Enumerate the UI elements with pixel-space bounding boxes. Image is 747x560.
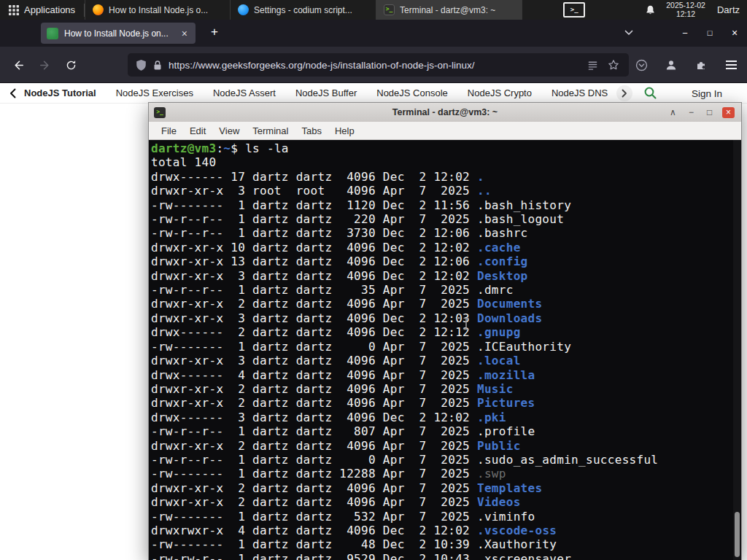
terminal-line: drwxr-xr-x 10 dartz dartz 4096 Dec 2 12:… <box>151 241 741 254</box>
url-text[interactable]: https://www.geeksforgeeks.org/node-js/in… <box>169 60 587 71</box>
terminal-minimize-button[interactable]: − <box>686 107 697 117</box>
terminal-line: drwxr-xr-x 3 dartz dartz 4096 Dec 2 12:0… <box>151 311 741 325</box>
sign-in-button[interactable]: Sign In <box>692 88 722 99</box>
applications-grid-icon <box>9 5 19 15</box>
taskbar-button[interactable]: How to Install Node.js o... <box>85 0 231 20</box>
terminal-shade-button[interactable]: ∧ <box>667 107 678 117</box>
terminal-line: -rw-rw-r-- 1 dartz dartz 9529 Dec 2 10:4… <box>151 552 741 560</box>
back-button[interactable] <box>6 52 31 77</box>
nav-next-chevron-icon[interactable] <box>616 85 632 101</box>
site-favicon <box>47 28 58 39</box>
browser-close-button[interactable]: × <box>724 23 746 43</box>
site-nav-link[interactable]: NodeJS Buffer <box>295 88 357 98</box>
terminal-line: -rw-r--r-- 1 dartz dartz 807 Apr 7 2025 … <box>151 424 741 438</box>
site-nav-link[interactable]: NodeJS Console <box>376 88 448 98</box>
notification-bell-icon[interactable] <box>645 4 656 16</box>
extensions-icon[interactable] <box>689 52 713 77</box>
terminal-line: drwxr-xr-x 3 dartz dartz 4096 Apr 7 2025… <box>151 354 741 368</box>
menu-hamburger-icon[interactable] <box>719 52 743 77</box>
terminal-close-button[interactable]: × <box>722 107 735 118</box>
terminal-line: drwxr-xr-x 2 dartz dartz 4096 Apr 7 2025… <box>151 297 741 311</box>
terminal-line: drwx------ 2 dartz dartz 4096 Dec 2 12:1… <box>151 325 741 339</box>
lock-icon[interactable] <box>153 60 162 71</box>
tracking-shield-icon[interactable] <box>136 59 147 71</box>
account-icon[interactable] <box>659 52 683 77</box>
terminal-menu-item[interactable]: File <box>155 125 183 136</box>
browser-minimize-button[interactable]: − <box>674 23 696 43</box>
panel-user-label[interactable]: Dartz <box>717 4 740 15</box>
site-nav-link[interactable]: NodeJS Assert <box>213 88 276 98</box>
tray-terminal-icon[interactable] <box>563 2 585 18</box>
taskbar-button-label: How to Install Node.js o... <box>109 5 208 15</box>
codium-icon <box>238 4 249 15</box>
terminal-menu-item[interactable]: Help <box>328 125 361 136</box>
site-search-icon[interactable] <box>643 86 657 100</box>
toolbar-right-icons <box>630 52 743 77</box>
terminal-scrollbar[interactable] <box>733 140 741 560</box>
clock-time: 12:12 <box>666 10 705 19</box>
nav-prev-chevron-icon[interactable] <box>9 88 16 98</box>
taskbar-button-label: Settings - codium script... <box>254 5 352 15</box>
terminal-window-title: Terminal - dartz@vm3: ~ <box>149 107 741 117</box>
tab-list-chevron-icon[interactable] <box>624 30 633 36</box>
terminal-line: dartz@vm3:~$ ls -la <box>151 141 741 155</box>
window-taskbar: How to Install Node.js o...Settings - co… <box>85 0 522 20</box>
site-nav-bar: NodeJS TutorialNodeJS ExercisesNodeJS As… <box>0 83 747 104</box>
terminal-icon <box>384 4 395 15</box>
terminal-line: -rw-r--r-- 1 dartz dartz 3730 Dec 2 12:0… <box>151 226 741 240</box>
terminal-line: drwx------ 17 dartz dartz 4096 Dec 2 12:… <box>151 170 741 184</box>
taskbar-button[interactable]: Settings - codium script... <box>231 0 376 20</box>
terminal-scrollbar-thumb[interactable] <box>735 512 740 557</box>
browser-toolbar: https://www.geeksforgeeks.org/node-js/in… <box>0 47 747 83</box>
forward-button[interactable] <box>32 52 57 77</box>
site-nav-link[interactable]: NodeJS DNS <box>551 88 608 98</box>
desktop-panel: Applications How to Install Node.js o...… <box>0 0 747 20</box>
applications-menu-button[interactable]: Applications <box>0 0 84 20</box>
panel-right-area: 2025-12-02 12:12 Dartz <box>563 1 747 18</box>
site-nav-link[interactable]: NodeJS Exercises <box>116 88 193 98</box>
terminal-line: drwxr-xr-x 2 dartz dartz 4096 Apr 7 2025… <box>151 396 741 410</box>
terminal-menu-item[interactable]: Edit <box>183 125 212 136</box>
new-tab-button[interactable]: + <box>206 25 223 39</box>
terminal-line: drwx------ 3 dartz dartz 4096 Dec 2 12:0… <box>151 411 741 424</box>
hamburger-lines <box>726 61 737 69</box>
taskbar-button[interactable]: Terminal - dartz@vm3: ~ <box>376 0 522 20</box>
panel-clock[interactable]: 2025-12-02 12:12 <box>666 1 705 18</box>
terminal-line: -rw------- 1 dartz dartz 0 Apr 7 2025 .I… <box>151 340 741 354</box>
browser-tab-bar: How to Install Node.js on... × + − □ × <box>0 20 747 47</box>
pocket-icon[interactable] <box>630 52 653 77</box>
terminal-window: Terminal - dartz@vm3: ~ ∧ − □ × FileEdit… <box>148 102 742 560</box>
terminal-line: -rw-r--r-- 1 dartz dartz 0 Apr 7 2025 .s… <box>151 453 741 467</box>
terminal-menubar: FileEditViewTerminalTabsHelp <box>149 122 741 140</box>
bookmark-star-icon[interactable] <box>608 59 619 71</box>
reload-button[interactable] <box>58 52 83 77</box>
applications-label: Applications <box>24 4 75 15</box>
terminal-line: -rw-r--r-- 1 dartz dartz 35 Apr 7 2025 .… <box>151 283 741 297</box>
terminal-window-controls: ∧ − □ × <box>667 107 741 118</box>
taskbar-button-label: Terminal - dartz@vm3: ~ <box>400 5 495 15</box>
terminal-maximize-button[interactable]: □ <box>704 107 715 117</box>
terminal-line: -rw------- 1 dartz dartz 12288 Apr 7 202… <box>151 467 741 481</box>
clock-date: 2025-12-02 <box>666 1 705 10</box>
site-nav-link[interactable]: NodeJS Tutorial <box>24 88 96 98</box>
site-nav-links: NodeJS TutorialNodeJS ExercisesNodeJS As… <box>24 88 608 98</box>
browser-maximize-button[interactable]: □ <box>699 23 721 43</box>
terminal-line: drwx------ 4 dartz dartz 4096 Apr 7 2025… <box>151 368 741 382</box>
site-nav-link[interactable]: NodeJS Crypto <box>468 88 532 98</box>
terminal-app-icon <box>154 107 166 118</box>
terminal-output-area[interactable]: dartz@vm3:~$ ls -latotal 140drwx------ 1… <box>149 140 741 560</box>
tab-close-button[interactable]: × <box>179 28 190 39</box>
terminal-line: drwxr-xr-x 3 dartz dartz 4096 Dec 2 12:0… <box>151 269 741 283</box>
terminal-titlebar[interactable]: Terminal - dartz@vm3: ~ ∧ − □ × <box>149 103 741 122</box>
browser-tab[interactable]: How to Install Node.js on... × <box>41 23 196 44</box>
terminal-line: -rw------- 1 dartz dartz 48 Dec 2 10:39 … <box>151 537 741 551</box>
terminal-line: total 140 <box>151 155 741 169</box>
terminal-line: -rw------- 1 dartz dartz 1120 Dec 2 11:5… <box>151 198 741 212</box>
url-bar[interactable]: https://www.geeksforgeeks.org/node-js/in… <box>128 53 629 77</box>
reader-mode-icon[interactable] <box>587 60 598 71</box>
terminal-menu-item[interactable]: Terminal <box>246 125 295 136</box>
terminal-line: drwxr-xr-x 3 root root 4096 Apr 7 2025 .… <box>151 184 741 198</box>
tab-title: How to Install Node.js on... <box>64 28 174 39</box>
terminal-menu-item[interactable]: Tabs <box>295 125 328 136</box>
terminal-menu-item[interactable]: View <box>212 125 246 136</box>
